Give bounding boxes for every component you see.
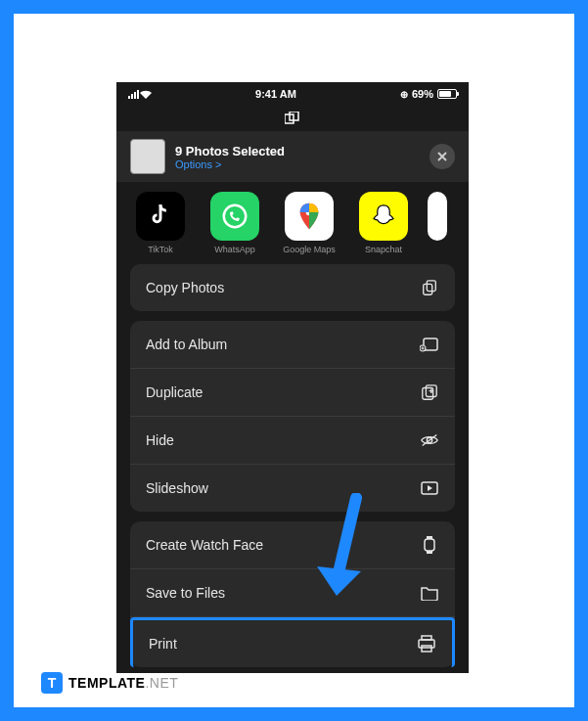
close-icon xyxy=(437,152,447,161)
app-snapchat[interactable]: Snapchat xyxy=(353,192,414,254)
add-to-album-action[interactable]: Add to Album xyxy=(130,321,455,369)
svg-rect-13 xyxy=(425,539,434,551)
folder-icon xyxy=(420,583,439,603)
partial-icon xyxy=(428,192,447,241)
snapchat-icon xyxy=(359,192,408,241)
whatsapp-icon xyxy=(210,192,259,241)
options-link[interactable]: Options > xyxy=(175,158,430,170)
app-whatsapp[interactable]: WhatsApp xyxy=(204,192,265,254)
branding: T TEMPLATE.NET xyxy=(41,672,178,694)
app-googlemaps[interactable]: Google Maps xyxy=(279,192,339,254)
status-bar: 9:41 AM ⊕ 69% xyxy=(116,82,469,106)
share-header: 9 Photos Selected Options > xyxy=(116,131,469,182)
hide-action[interactable]: Hide xyxy=(130,417,455,465)
print-action[interactable]: Print xyxy=(130,617,455,667)
collapse-icon[interactable] xyxy=(116,106,469,131)
app-partial[interactable] xyxy=(428,192,447,254)
logo-text: TEMPLATE.NET xyxy=(68,675,178,691)
logo-icon: T xyxy=(41,672,63,694)
svg-rect-18 xyxy=(422,646,431,652)
battery-icon xyxy=(437,89,457,99)
svg-rect-5 xyxy=(427,281,435,292)
wifi-icon xyxy=(140,90,152,99)
svg-rect-14 xyxy=(427,536,432,539)
photo-thumbnail xyxy=(130,139,165,174)
googlemaps-icon xyxy=(285,192,334,241)
hide-icon xyxy=(420,430,439,450)
watch-icon xyxy=(420,535,439,555)
close-button[interactable] xyxy=(430,144,455,169)
svg-rect-4 xyxy=(424,284,432,294)
action-group-3: Create Watch Face Save to Files Print xyxy=(130,521,455,667)
signal-wifi xyxy=(128,90,152,99)
album-icon xyxy=(420,335,439,354)
svg-rect-15 xyxy=(427,551,432,554)
action-list: Copy Photos Add to Album Duplicate Hide xyxy=(116,264,469,667)
copy-icon xyxy=(420,278,439,297)
copy-photos-action[interactable]: Copy Photos xyxy=(130,264,455,311)
selection-title: 9 Photos Selected xyxy=(175,144,430,158)
signal-icon xyxy=(128,90,139,99)
clock: 9:41 AM xyxy=(255,88,296,100)
battery-status: ⊕ 69% xyxy=(400,88,457,100)
phone-screen: 9:41 AM ⊕ 69% 9 Photos Selected Options … xyxy=(116,82,469,673)
outer-frame: 9:41 AM ⊕ 69% 9 Photos Selected Options … xyxy=(0,0,588,721)
action-group-1: Copy Photos xyxy=(130,264,455,311)
tiktok-icon xyxy=(136,192,185,241)
duplicate-icon xyxy=(420,383,439,402)
duplicate-action[interactable]: Duplicate xyxy=(130,369,455,417)
action-group-2: Add to Album Duplicate Hide Slideshow xyxy=(130,321,455,512)
slideshow-icon xyxy=(420,478,439,498)
save-to-files-action[interactable]: Save to Files xyxy=(130,569,455,617)
app-share-row: TikTok WhatsApp Google Maps Snapchat xyxy=(116,182,469,264)
app-tiktok[interactable]: TikTok xyxy=(130,192,191,254)
print-icon xyxy=(417,634,436,653)
slideshow-action[interactable]: Slideshow xyxy=(130,465,455,512)
svg-point-2 xyxy=(224,205,247,228)
create-watch-face-action[interactable]: Create Watch Face xyxy=(130,521,455,569)
